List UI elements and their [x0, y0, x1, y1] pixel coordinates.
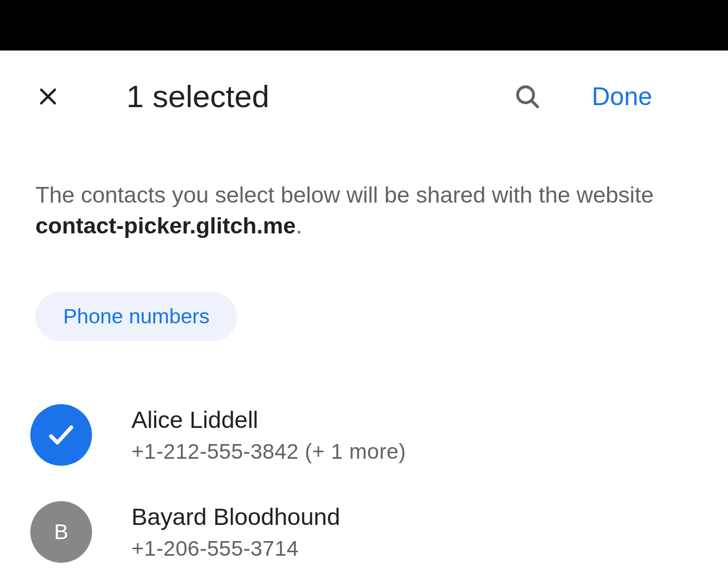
- description-suffix: .: [296, 213, 302, 238]
- phone-numbers-chip[interactable]: Phone numbers: [35, 292, 237, 341]
- check-icon: [46, 420, 76, 450]
- contact-item[interactable]: Alice Liddell +1-212-555-3842 (+ 1 more): [35, 386, 693, 483]
- contact-phone: +1-206-555-3714: [131, 537, 340, 561]
- status-bar: [0, 0, 728, 51]
- svg-line-3: [532, 101, 537, 107]
- page-title: 1 selected: [126, 78, 514, 114]
- contact-phone: +1-212-555-3842 (+ 1 more): [131, 440, 406, 464]
- header: 1 selected Done: [35, 51, 693, 134]
- contact-name: Bayard Bloodhound: [131, 503, 340, 530]
- close-icon[interactable]: [35, 84, 61, 109]
- done-button[interactable]: Done: [592, 82, 693, 111]
- contact-item[interactable]: B Bayard Bloodhound +1-206-555-3714: [35, 483, 693, 580]
- website-name: contact-picker.glitch.me: [35, 213, 296, 238]
- contact-list: Alice Liddell +1-212-555-3842 (+ 1 more)…: [35, 386, 693, 580]
- avatar-initial: B: [54, 520, 68, 544]
- description-prefix: The contacts you select below will be sh…: [35, 182, 654, 208]
- share-description: The contacts you select below will be sh…: [35, 180, 693, 241]
- search-icon[interactable]: [514, 83, 541, 110]
- avatar: B: [30, 501, 92, 563]
- avatar-selected: [30, 404, 92, 466]
- contact-name: Alice Liddell: [131, 406, 406, 433]
